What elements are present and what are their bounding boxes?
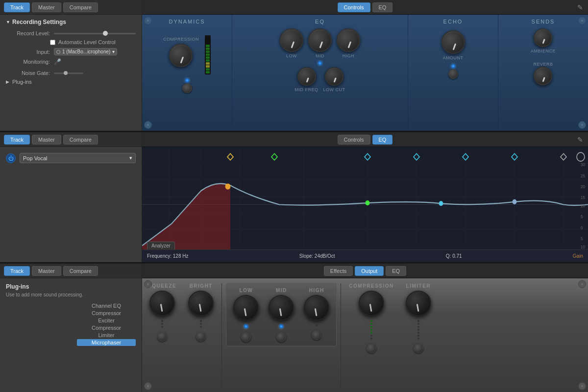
preset-label: Pop Vocal [23,155,48,161]
plugin-limiter[interactable]: Limiter [77,332,136,339]
mid-compare-tab[interactable]: Compare [63,135,98,145]
bot-close-tl[interactable]: × [144,280,152,288]
level-meter [205,35,211,74]
noise-gate-slider[interactable] [54,73,83,74]
top-track-tab[interactable]: Track [4,2,30,12]
bot-eq-tab[interactable]: EQ [386,266,406,276]
mid-master-tab[interactable]: Master [32,135,61,145]
dynamics-section: DYNAMICS COMPRESSION [142,15,232,131]
high-knob[interactable] [304,295,329,320]
bot-master-tab[interactable]: Master [32,266,61,276]
record-level-slider[interactable] [54,33,136,34]
input-device-select[interactable]: 1 (MacBo...icrophone) ▾ [54,48,117,55]
eq-low-knob[interactable] [280,28,303,52]
analyzer-button[interactable]: Analyzer [147,241,175,249]
lim-dots [417,320,419,340]
bot-close-br[interactable]: × [578,382,586,390]
echo-section: ECHO AMOUNT [408,15,498,131]
lim-dot-2 [417,323,419,325]
mid-eq-tab[interactable]: EQ [372,135,393,145]
eq-midfreq-label: MID FREQ [295,87,318,92]
echo-led [451,64,455,68]
mid-knob[interactable] [269,295,294,320]
compression-knob[interactable] [169,44,193,67]
svg-text:10: 10 [581,203,585,209]
top-eq-tab[interactable]: EQ [372,2,393,12]
monitoring-label: Monitoring: [6,59,50,65]
bot-compare-tab[interactable]: Compare [63,266,98,276]
squeeze-toggle[interactable] [157,332,167,342]
plugins-panel: Plug-ins Use to add more sound processin… [0,278,142,351]
preset-select[interactable]: Pop Vocal ▾ [20,153,136,163]
top-controls-tab[interactable]: Controls [338,2,370,12]
eq-lowcut-knob[interactable] [325,67,343,86]
limiter-toggle[interactable] [414,343,423,353]
top-master-tab[interactable]: Master [32,2,61,12]
eq-dot-4[interactable] [513,199,516,204]
compression-bot-label: COMPRESSION [349,283,394,289]
eq-mid-knob[interactable] [308,28,332,52]
squeeze-knob[interactable] [149,291,175,316]
mid-right-tab-bar: Controls EQ ✎ [142,132,588,147]
high-toggle[interactable] [312,330,321,340]
input-device-label: 1 (MacBo...icrophone) [62,49,110,54]
plugin-microphaser[interactable]: Microphaser [77,339,136,346]
echo-toggle[interactable] [448,69,458,79]
comp-dot-6 [370,335,372,337]
plugin-channel-eq[interactable]: Channel EQ [77,302,136,309]
svg-text:5: 5 [581,214,583,220]
comp-dot-5 [370,332,372,334]
top-compare-tab[interactable]: Compare [63,2,98,12]
echo-amount-knob[interactable] [441,30,465,54]
plugin-exciter[interactable]: Exciter [77,317,136,324]
divider-1 [221,283,222,387]
eq-dot-3[interactable] [439,201,443,206]
comp-dots [370,320,372,340]
bot-right-tab-bar: Effects Output EQ [142,264,588,278]
bright-toggle[interactable] [196,332,206,342]
bot-close-bl[interactable]: × [144,382,152,390]
bot-effects-tab[interactable]: Effects [324,266,353,276]
low-toggle[interactable] [241,332,251,342]
eq-high-knob[interactable] [337,28,360,52]
comp-dot-3 [370,326,372,328]
mid-track-tab[interactable]: Track [4,135,30,145]
top-edit-icon[interactable]: ✎ [577,3,583,11]
eq-graph-panel: 20 50 100 200 500 1k 2k 5k 10k 20k 30 25… [142,147,588,262]
power-button[interactable]: ⏻ [6,153,16,163]
top-effects-panel: × × × × DYNAMICS COMPRESSION [142,15,588,131]
bot-output-tab[interactable]: Output [355,266,384,276]
bright-knob[interactable] [188,291,214,316]
record-level-thumb[interactable] [103,31,108,36]
bot-controls-row: SQUEEZE BRIGHT [142,278,437,392]
plugin-list: Channel EQ Compressor Exciter Compressor… [6,302,136,346]
bot-track-tab[interactable]: Track [4,266,30,276]
dynamics-toggle[interactable] [182,83,192,93]
compression-bot-knob[interactable] [359,291,384,316]
noise-gate-thumb[interactable] [64,71,68,75]
limiter-knob[interactable] [406,291,431,316]
sends-ambience-knob[interactable] [534,28,552,47]
eq-midfreq-knob[interactable] [297,67,316,86]
sends-reverb-label: REVERB [533,62,553,67]
noise-gate-row: Noise Gate: [6,70,136,76]
low-knob[interactable] [233,295,259,320]
compression-toggle[interactable] [367,343,376,353]
plugins-toggle[interactable]: Plug-ins [6,79,136,85]
eq-dot-1[interactable] [225,184,230,189]
auto-level-checkbox[interactable] [50,40,55,45]
mid-controls-tab[interactable]: Controls [338,135,370,145]
meter-seg-9 [206,68,210,71]
preset-row: ⏻ Pop Vocal ▾ [6,153,136,163]
plugin-compressor-2[interactable]: Compressor [77,324,136,331]
sq-dot-2 [161,323,163,325]
sends-reverb-knob[interactable] [534,67,552,85]
bot-close-tr[interactable]: × [578,280,586,288]
bot-tab-bar: Track Master Compare [0,264,142,278]
echo-title: ECHO [443,19,463,24]
mid-edit-icon[interactable]: ✎ [577,136,583,144]
plugin-compressor-1[interactable]: Compressor [77,310,136,317]
eq-dot-2[interactable] [366,201,369,205]
mid-toggle[interactable] [276,332,286,342]
squeeze-label: SQUEEZE [148,283,176,289]
